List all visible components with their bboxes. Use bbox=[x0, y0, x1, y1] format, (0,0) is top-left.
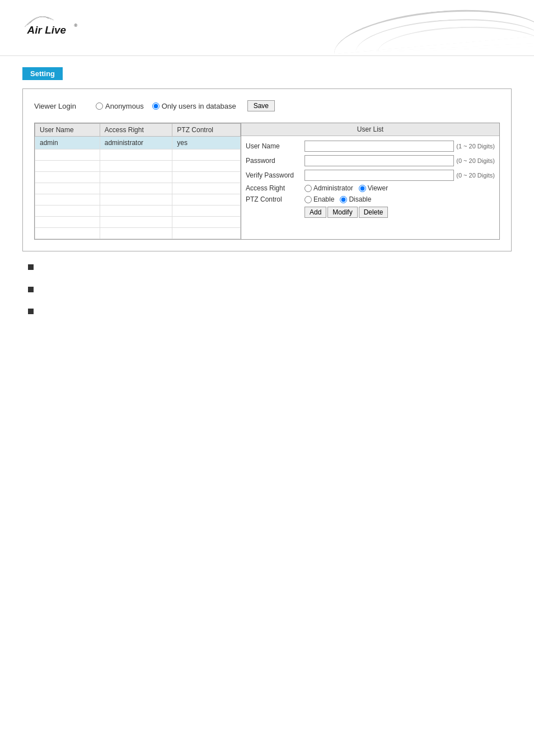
verify-password-form-label: Verify Password bbox=[246, 171, 305, 179]
header-decoration bbox=[310, 0, 534, 56]
bullet-square-3 bbox=[28, 309, 34, 314]
anonymous-option[interactable]: Anonymous bbox=[96, 102, 144, 110]
user-table: User Name Access Right PTZ Control admin… bbox=[35, 123, 241, 239]
bullet-item-3 bbox=[28, 307, 506, 318]
table-row-empty bbox=[35, 194, 241, 206]
access-right-row: Access Right Administrator Viewer bbox=[246, 184, 495, 192]
bullet-square-1 bbox=[28, 264, 34, 270]
viewer-login-label: Viewer Login bbox=[34, 102, 85, 110]
bullet-text-1 bbox=[39, 263, 41, 274]
table-row-empty bbox=[35, 150, 241, 161]
table-row-empty bbox=[35, 217, 241, 228]
svg-text:Air: Air bbox=[27, 24, 43, 36]
username-input[interactable] bbox=[305, 141, 454, 152]
svg-text:Live: Live bbox=[45, 24, 66, 36]
username-form-label: User Name bbox=[246, 142, 305, 150]
viewer-radio[interactable] bbox=[359, 185, 366, 192]
cell-ptz_control: yes bbox=[172, 137, 241, 150]
two-column-layout: User Name Access Right PTZ Control admin… bbox=[34, 123, 500, 240]
col-access-right: Access Right bbox=[100, 124, 172, 137]
cell-access_right: administrator bbox=[100, 137, 172, 150]
disable-radio[interactable] bbox=[340, 196, 347, 203]
access-right-form-label: Access Right bbox=[246, 184, 305, 192]
disable-option[interactable]: Disable bbox=[340, 195, 371, 203]
table-row-empty bbox=[35, 206, 241, 217]
table-row-empty bbox=[35, 183, 241, 194]
verify-password-hint: (0 ~ 20 Digits) bbox=[456, 172, 495, 179]
only-users-label: Only users in database bbox=[162, 102, 236, 110]
save-button[interactable]: Save bbox=[247, 100, 275, 111]
password-row: Password (0 ~ 20 Digits) bbox=[246, 155, 495, 166]
bullet-section bbox=[22, 263, 512, 318]
anonymous-radio[interactable] bbox=[96, 102, 103, 110]
viewer-login-row: Viewer Login Anonymous Only users in dat… bbox=[34, 100, 500, 111]
disable-label: Disable bbox=[349, 195, 371, 203]
viewer-login-radio-group: Anonymous Only users in database bbox=[96, 102, 236, 110]
delete-button[interactable]: Delete bbox=[359, 207, 388, 218]
administrator-label: Administrator bbox=[313, 184, 353, 192]
verify-password-row: Verify Password (0 ~ 20 Digits) bbox=[246, 170, 495, 181]
bullet-square-2 bbox=[28, 287, 34, 292]
panel-box: Viewer Login Anonymous Only users in dat… bbox=[22, 88, 512, 251]
bullet-item-2 bbox=[28, 285, 506, 296]
password-form-label: Password bbox=[246, 157, 305, 165]
bullet-text-2 bbox=[39, 285, 41, 296]
user-list-form: User Name (1 ~ 20 Digits) Password (0 ~ … bbox=[241, 136, 499, 222]
header: Air Live ® bbox=[0, 0, 534, 56]
access-right-radio-group: Administrator Viewer bbox=[305, 184, 388, 192]
ptz-control-form-label: PTZ Control bbox=[246, 195, 305, 203]
table-row-empty bbox=[35, 161, 241, 172]
user-list-container: User List User Name (1 ~ 20 Digits) Pass… bbox=[241, 123, 500, 240]
viewer-option[interactable]: Viewer bbox=[359, 184, 388, 192]
administrator-radio[interactable] bbox=[305, 185, 312, 192]
add-button[interactable]: Add bbox=[305, 207, 326, 218]
username-hint: (1 ~ 20 Digits) bbox=[456, 143, 495, 150]
only-users-option[interactable]: Only users in database bbox=[152, 102, 236, 110]
airlive-logo: Air Live ® bbox=[22, 8, 90, 42]
col-username: User Name bbox=[35, 124, 100, 137]
main-content: Setting Viewer Login Anonymous Only user… bbox=[0, 56, 534, 340]
anonymous-label: Anonymous bbox=[105, 102, 144, 110]
administrator-option[interactable]: Administrator bbox=[305, 184, 353, 192]
enable-option[interactable]: Enable bbox=[305, 195, 334, 203]
logo-area: Air Live ® bbox=[22, 8, 90, 44]
enable-label: Enable bbox=[313, 195, 334, 203]
cell-username: admin bbox=[35, 137, 100, 150]
modify-button[interactable]: Modify bbox=[327, 207, 357, 218]
ptz-control-radio-group: Enable Disable bbox=[305, 195, 371, 203]
only-users-radio[interactable] bbox=[152, 102, 160, 110]
table-row-empty bbox=[35, 172, 241, 183]
bullet-text-3 bbox=[39, 307, 41, 318]
table-header-row: User Name Access Right PTZ Control bbox=[35, 124, 241, 137]
action-buttons: Add Modify Delete bbox=[246, 207, 495, 218]
viewer-label: Viewer bbox=[368, 184, 388, 192]
password-input[interactable] bbox=[305, 155, 454, 166]
setting-button[interactable]: Setting bbox=[22, 67, 63, 80]
col-ptz-control: PTZ Control bbox=[172, 124, 241, 137]
table-row[interactable]: adminadministratoryes bbox=[35, 137, 241, 150]
verify-password-input[interactable] bbox=[305, 170, 454, 181]
bullet-item-1 bbox=[28, 263, 506, 274]
user-list-header: User List bbox=[241, 123, 499, 136]
enable-radio[interactable] bbox=[305, 196, 312, 203]
svg-text:®: ® bbox=[74, 23, 78, 28]
username-row: User Name (1 ~ 20 Digits) bbox=[246, 141, 495, 152]
user-table-container: User Name Access Right PTZ Control admin… bbox=[34, 123, 241, 240]
password-hint: (0 ~ 20 Digits) bbox=[456, 157, 495, 164]
table-row-empty bbox=[35, 228, 241, 239]
ptz-control-row: PTZ Control Enable Disable bbox=[246, 195, 495, 203]
